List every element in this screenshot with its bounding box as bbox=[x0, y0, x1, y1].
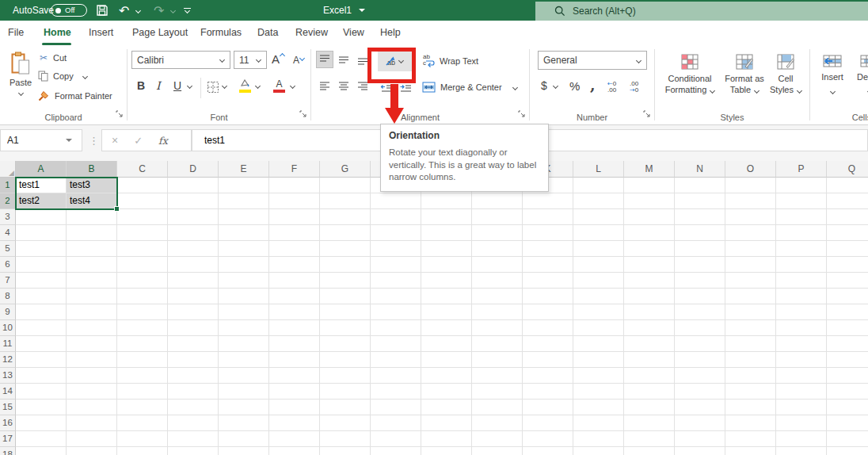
cell-D1[interactable] bbox=[168, 178, 219, 193]
column-header-P[interactable]: P bbox=[776, 161, 827, 178]
cell-N13[interactable] bbox=[675, 368, 725, 384]
cell-B9[interactable] bbox=[67, 304, 117, 320]
row-header-11[interactable]: 11 bbox=[0, 336, 16, 352]
cell-A14[interactable] bbox=[16, 384, 67, 400]
column-header-O[interactable]: O bbox=[725, 161, 776, 178]
cell-J7[interactable] bbox=[472, 273, 523, 289]
column-header-M[interactable]: M bbox=[624, 161, 675, 178]
borders-button[interactable] bbox=[207, 81, 219, 94]
cell-G16[interactable] bbox=[320, 415, 371, 431]
cell-O5[interactable] bbox=[725, 241, 776, 257]
italic-button[interactable]: I bbox=[156, 79, 161, 92]
cell-Q17[interactable] bbox=[827, 431, 868, 447]
cell-L3[interactable] bbox=[573, 209, 624, 225]
cell-N7[interactable] bbox=[675, 273, 725, 289]
increase-font-size-button[interactable]: A bbox=[272, 52, 284, 66]
cell-Q1[interactable] bbox=[827, 178, 868, 193]
cell-B8[interactable] bbox=[67, 289, 117, 304]
cell-D5[interactable] bbox=[168, 241, 219, 257]
cell-M7[interactable] bbox=[624, 273, 675, 289]
tab-data[interactable]: Data bbox=[257, 27, 278, 38]
cell-E16[interactable] bbox=[219, 415, 269, 431]
cell-D2[interactable] bbox=[168, 193, 219, 209]
cell-B13[interactable] bbox=[67, 368, 117, 384]
decrease-font-size-button[interactable]: A bbox=[293, 55, 304, 66]
name-box-dropdown[interactable] bbox=[66, 139, 72, 142]
cell-A13[interactable] bbox=[16, 368, 67, 384]
cell-E15[interactable] bbox=[219, 400, 269, 415]
cell-M13[interactable] bbox=[624, 368, 675, 384]
cell-A16[interactable] bbox=[16, 415, 67, 431]
cell-G7[interactable] bbox=[320, 273, 371, 289]
cell-P11[interactable] bbox=[776, 336, 827, 352]
cell-H3[interactable] bbox=[371, 209, 421, 225]
cell-N12[interactable] bbox=[675, 352, 725, 368]
cell-M15[interactable] bbox=[624, 400, 675, 415]
cell-H7[interactable] bbox=[371, 273, 421, 289]
cell-C14[interactable] bbox=[117, 384, 168, 400]
cell-P1[interactable] bbox=[776, 178, 827, 193]
cell-O11[interactable] bbox=[725, 336, 776, 352]
cell-B11[interactable] bbox=[67, 336, 117, 352]
search-bar[interactable] bbox=[535, 2, 868, 21]
cell-G3[interactable] bbox=[320, 209, 371, 225]
cell-E5[interactable] bbox=[219, 241, 269, 257]
cell-G13[interactable] bbox=[320, 368, 371, 384]
column-header-A[interactable]: A bbox=[16, 161, 67, 178]
fill-color-dropdown[interactable] bbox=[256, 84, 260, 88]
cell-A1[interactable]: test1 bbox=[16, 178, 67, 193]
cell-N10[interactable] bbox=[675, 320, 725, 336]
cell-A17[interactable] bbox=[16, 431, 67, 447]
cell-G5[interactable] bbox=[320, 241, 371, 257]
cell-K11[interactable] bbox=[523, 336, 573, 352]
save-button[interactable] bbox=[96, 0, 108, 21]
cell-Q16[interactable] bbox=[827, 415, 868, 431]
formula-bar-drag-handle[interactable]: ⋮ bbox=[89, 129, 99, 151]
tab-help[interactable]: Help bbox=[380, 27, 401, 38]
cell-styles-button[interactable]: Cell Styles bbox=[767, 49, 804, 95]
cell-A15[interactable] bbox=[16, 400, 67, 415]
cell-I3[interactable] bbox=[421, 209, 472, 225]
cell-K14[interactable] bbox=[523, 384, 573, 400]
cell-L16[interactable] bbox=[573, 415, 624, 431]
cell-Q6[interactable] bbox=[827, 257, 868, 273]
cell-A10[interactable] bbox=[16, 320, 67, 336]
cell-N16[interactable] bbox=[675, 415, 725, 431]
cell-H4[interactable] bbox=[371, 225, 421, 241]
cell-D9[interactable] bbox=[168, 304, 219, 320]
cell-H15[interactable] bbox=[371, 400, 421, 415]
cell-D12[interactable] bbox=[168, 352, 219, 368]
cell-F2[interactable] bbox=[269, 193, 320, 209]
cell-N4[interactable] bbox=[675, 225, 725, 241]
cell-E4[interactable] bbox=[219, 225, 269, 241]
cell-Q4[interactable] bbox=[827, 225, 868, 241]
cell-E18[interactable] bbox=[219, 447, 269, 455]
cell-F5[interactable] bbox=[269, 241, 320, 257]
cell-G18[interactable] bbox=[320, 447, 371, 455]
row-header-14[interactable]: 14 bbox=[0, 384, 16, 400]
cell-J13[interactable] bbox=[472, 368, 523, 384]
cell-O10[interactable] bbox=[725, 320, 776, 336]
cell-E1[interactable] bbox=[219, 178, 269, 193]
cell-J16[interactable] bbox=[472, 415, 523, 431]
cell-P12[interactable] bbox=[776, 352, 827, 368]
cell-A6[interactable] bbox=[16, 257, 67, 273]
cell-N8[interactable] bbox=[675, 289, 725, 304]
cell-I13[interactable] bbox=[421, 368, 472, 384]
row-header-18[interactable]: 18 bbox=[0, 447, 16, 455]
cell-D11[interactable] bbox=[168, 336, 219, 352]
insert-function-icon[interactable]: fx bbox=[158, 135, 168, 147]
cell-F14[interactable] bbox=[269, 384, 320, 400]
cell-J17[interactable] bbox=[472, 431, 523, 447]
row-header-15[interactable]: 15 bbox=[0, 400, 16, 415]
cell-P8[interactable] bbox=[776, 289, 827, 304]
cell-P2[interactable] bbox=[776, 193, 827, 209]
cell-I7[interactable] bbox=[421, 273, 472, 289]
cell-B3[interactable] bbox=[67, 209, 117, 225]
cell-L7[interactable] bbox=[573, 273, 624, 289]
cell-A3[interactable] bbox=[16, 209, 67, 225]
cell-H14[interactable] bbox=[371, 384, 421, 400]
cell-C4[interactable] bbox=[117, 225, 168, 241]
align-center-button[interactable] bbox=[335, 78, 352, 95]
cell-A5[interactable] bbox=[16, 241, 67, 257]
